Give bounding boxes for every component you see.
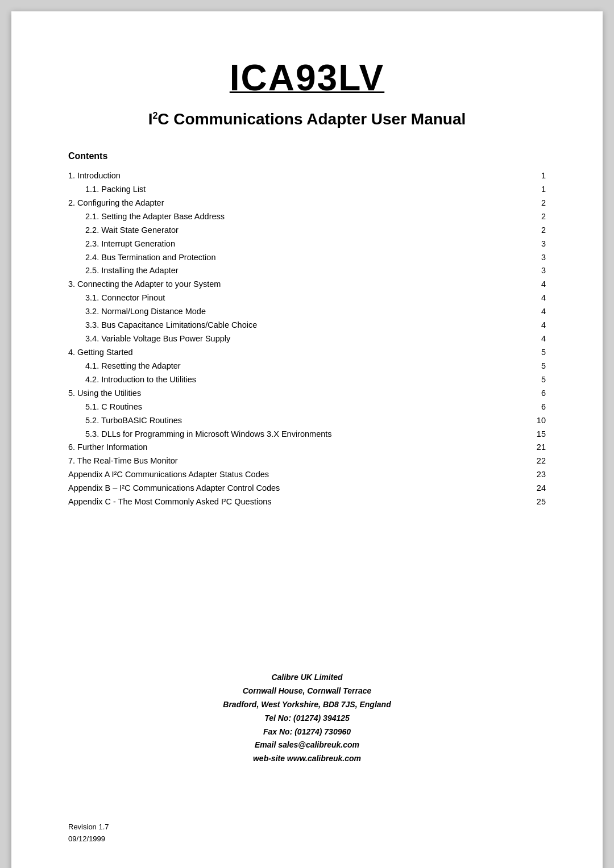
toc-row: 4.1. Resetting the Adapter5 <box>85 360 546 373</box>
toc-label: 3.2. Normal/Long Distance Mode <box>85 305 529 319</box>
toc-row: 2. Configuring the Adapter2 <box>68 197 546 210</box>
toc-page: 22 <box>529 454 546 468</box>
toc-row: 5.3. DLLs for Programming in Microsoft W… <box>85 428 546 441</box>
document-subtitle: I2C Communications Adapter User Manual <box>68 110 546 128</box>
document-page: ICA93LV I2C Communications Adapter User … <box>11 11 603 868</box>
toc-page: 15 <box>529 428 546 441</box>
toc-label: 5. Using the Utilities <box>68 387 529 400</box>
toc-page: 4 <box>529 278 546 291</box>
toc-label: 6. Further Information <box>68 441 529 454</box>
footer-line4: Tel No: (01274) 394125 <box>11 712 603 725</box>
toc-row: 2.1. Setting the Adapter Base Address2 <box>85 210 546 224</box>
toc-label: 3.1. Connector Pinout <box>85 291 529 305</box>
toc-page: 2 <box>529 210 546 224</box>
footer-center: Calibre UK Limited Cornwall House, Cornw… <box>11 671 603 766</box>
toc-label: 2.3. Interrupt Generation <box>85 237 529 251</box>
toc-row: 3. Connecting the Adapter to your System… <box>68 278 546 291</box>
revision-label: Revision 1.7 <box>68 821 109 833</box>
toc-label: Appendix B – I²C Communications Adapter … <box>68 482 529 495</box>
toc-label: 5.3. DLLs for Programming in Microsoft W… <box>85 428 529 441</box>
toc-row: Appendix C - The Most Commonly Asked I²C… <box>68 495 546 509</box>
toc-row: 6. Further Information21 <box>68 441 546 454</box>
toc-page: 5 <box>529 346 546 360</box>
toc-page: 10 <box>529 414 546 428</box>
toc-label: Appendix C - The Most Commonly Asked I²C… <box>68 495 529 509</box>
footer-revision: Revision 1.7 09/12/1999 <box>68 821 109 845</box>
footer-line7: web-site www.calibreuk.com <box>11 752 603 766</box>
toc-row: 3.4. Variable Voltage Bus Power Supply4 <box>85 332 546 346</box>
toc-page: 21 <box>529 441 546 454</box>
toc-label: 5.1. C Routines <box>85 400 529 414</box>
toc-page: 3 <box>529 251 546 265</box>
toc-row: 2.5. Installing the Adapter3 <box>85 264 546 278</box>
toc-page: 3 <box>529 264 546 278</box>
footer-line2: Cornwall House, Cornwall Terrace <box>11 685 603 698</box>
toc-label: 7. The Real-Time Bus Monitor <box>68 454 529 468</box>
toc-label: 4. Getting Started <box>68 346 529 360</box>
contents-heading: Contents <box>68 151 546 161</box>
toc-label: 3.3. Bus Capacitance Limitations/Cable C… <box>85 319 529 332</box>
footer-line6: Email sales@calibreuk.com <box>11 738 603 752</box>
toc-page: 4 <box>529 332 546 346</box>
toc-row: 5.2. TurboBASIC Routines10 <box>85 414 546 428</box>
toc-row: 2.2. Wait State Generator2 <box>85 224 546 237</box>
revision-date: 09/12/1999 <box>68 833 109 845</box>
toc-page: 24 <box>529 482 546 495</box>
toc-label: Appendix A I²C Communications Adapter St… <box>68 468 529 482</box>
toc-row: 2.3. Interrupt Generation3 <box>85 237 546 251</box>
toc-page: 2 <box>529 224 546 237</box>
document-title: ICA93LV <box>68 57 546 99</box>
footer-line5: Fax No: (01274) 730960 <box>11 725 603 739</box>
toc-label: 2.2. Wait State Generator <box>85 224 529 237</box>
toc-label: 2.1. Setting the Adapter Base Address <box>85 210 529 224</box>
toc-page: 23 <box>529 468 546 482</box>
toc-page: 1 <box>529 169 546 183</box>
toc-label: 5.2. TurboBASIC Routines <box>85 414 529 428</box>
toc-page: 6 <box>529 387 546 400</box>
toc-row: Appendix A I²C Communications Adapter St… <box>68 468 546 482</box>
toc-label: 4.2. Introduction to the Utilities <box>85 373 529 387</box>
toc-label: 1.1. Packing List <box>85 183 529 197</box>
subtitle-post: C Communications Adapter User Manual <box>157 110 466 128</box>
table-of-contents: 1. Introduction11.1. Packing List12. Con… <box>68 169 546 509</box>
toc-row: 1.1. Packing List1 <box>85 183 546 197</box>
toc-label: 2. Configuring the Adapter <box>68 197 529 210</box>
toc-page: 4 <box>529 291 546 305</box>
toc-row: 2.4. Bus Termination and Protection3 <box>85 251 546 265</box>
toc-label: 3. Connecting the Adapter to your System <box>68 278 529 291</box>
toc-row: 4.2. Introduction to the Utilities5 <box>85 373 546 387</box>
toc-label: 4.1. Resetting the Adapter <box>85 360 529 373</box>
toc-page: 5 <box>529 360 546 373</box>
toc-page: 25 <box>529 495 546 509</box>
toc-page: 3 <box>529 237 546 251</box>
toc-page: 4 <box>529 319 546 332</box>
toc-row: Appendix B – I²C Communications Adapter … <box>68 482 546 495</box>
toc-label: 3.4. Variable Voltage Bus Power Supply <box>85 332 529 346</box>
toc-label: 2.4. Bus Termination and Protection <box>85 251 529 265</box>
toc-row: 3.1. Connector Pinout4 <box>85 291 546 305</box>
toc-label: 1. Introduction <box>68 169 529 183</box>
toc-row: 1. Introduction1 <box>68 169 546 183</box>
toc-row: 4. Getting Started5 <box>68 346 546 360</box>
toc-page: 5 <box>529 373 546 387</box>
toc-row: 5.1. C Routines6 <box>85 400 546 414</box>
toc-row: 3.3. Bus Capacitance Limitations/Cable C… <box>85 319 546 332</box>
toc-page: 2 <box>529 197 546 210</box>
toc-page: 6 <box>529 400 546 414</box>
footer-line1: Calibre UK Limited <box>11 671 603 685</box>
toc-label: 2.5. Installing the Adapter <box>85 264 529 278</box>
toc-page: 1 <box>529 183 546 197</box>
footer-line3: Bradford, West Yorkshire, BD8 7JS, Engla… <box>11 698 603 712</box>
toc-row: 5. Using the Utilities6 <box>68 387 546 400</box>
toc-row: 7. The Real-Time Bus Monitor22 <box>68 454 546 468</box>
toc-row: 3.2. Normal/Long Distance Mode4 <box>85 305 546 319</box>
toc-page: 4 <box>529 305 546 319</box>
